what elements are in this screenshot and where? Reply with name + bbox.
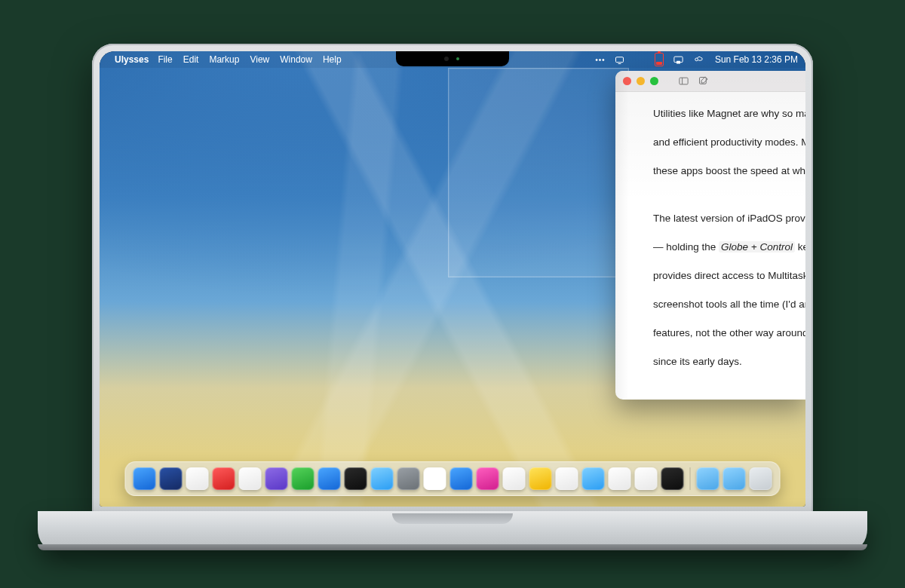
- app-menu[interactable]: Ulysses: [115, 54, 149, 65]
- editor-line: [653, 382, 798, 399]
- dock-app-fantastical[interactable]: [213, 467, 235, 490]
- dock-app-preview[interactable]: [635, 467, 658, 490]
- desktop-wallpaper: Ulysses FileEditMarkupViewWindowHelp: [100, 51, 805, 507]
- dock: [125, 461, 781, 496]
- menu-edit[interactable]: Edit: [183, 54, 199, 65]
- dock-app-mail[interactable]: [450, 467, 473, 490]
- editor-line: — holding the Globe + Control key in: [653, 239, 798, 256]
- compose-icon[interactable]: [696, 75, 710, 88]
- close-button[interactable]: [623, 77, 631, 85]
- svg-point-0: [597, 59, 598, 60]
- dock-app-finder[interactable]: [133, 467, 156, 490]
- window-snap-preview: [448, 68, 629, 277]
- battery-low-icon[interactable]: [653, 54, 665, 66]
- menu-help[interactable]: Help: [323, 54, 342, 65]
- dock-app-things[interactable]: [186, 467, 209, 490]
- svg-rect-7: [679, 78, 687, 84]
- menu-markup[interactable]: Markup: [209, 54, 239, 65]
- editor-line: these apps boost the speed at which y: [653, 163, 798, 179]
- dock-app-safari[interactable]: [371, 467, 394, 490]
- editor-line: provides direct access to Multitasking: [653, 268, 798, 284]
- laptop-lid: Ulysses FileEditMarkupViewWindowHelp: [92, 44, 813, 514]
- dock-separator: [690, 467, 691, 490]
- dock-app-windows-vm[interactable]: [424, 467, 446, 490]
- editor-line: Utilities like Magnet are why so many A: [653, 106, 798, 122]
- sidebar-toggle-icon[interactable]: [676, 75, 690, 88]
- minimize-button[interactable]: [637, 77, 645, 85]
- dock-app-reminders[interactable]: [503, 467, 526, 490]
- dock-app-1password[interactable]: [160, 467, 183, 490]
- svg-point-6: [695, 58, 698, 61]
- dock-app-photos[interactable]: [556, 467, 578, 490]
- display-notch: [396, 51, 509, 66]
- dock-app-stocks[interactable]: [345, 467, 367, 490]
- dock-app-obsidian[interactable]: [265, 467, 288, 490]
- editor-line: features, not the other way around), ar: [653, 325, 798, 341]
- window-titlebar[interactable]: [615, 71, 805, 92]
- editor-line: screenshot tools all the time (I'd argue: [653, 296, 798, 313]
- editor-line: and efficient productivity modes. Mag: [653, 134, 798, 151]
- editor-line: The latest version of iPadOS provides: [653, 210, 798, 227]
- menu-file[interactable]: File: [158, 54, 172, 65]
- svg-rect-5: [676, 60, 680, 63]
- macbook-frame: Ulysses FileEditMarkupViewWindowHelp: [92, 44, 813, 550]
- screen-bezel: Ulysses FileEditMarkupViewWindowHelp: [100, 51, 805, 507]
- dock-app-notion[interactable]: [239, 467, 262, 490]
- display-brightness-icon[interactable]: [614, 54, 626, 66]
- editor-line: since its early days.: [653, 354, 798, 370]
- dock-app-trash[interactable]: [750, 467, 772, 490]
- screen-mirroring-icon[interactable]: [673, 54, 685, 66]
- menu-view[interactable]: View: [250, 54, 269, 65]
- fullscreen-button[interactable]: [650, 77, 658, 85]
- editor-line: [653, 191, 798, 208]
- menu-window[interactable]: Window: [280, 54, 312, 65]
- dock-app-screenshot[interactable]: [609, 467, 631, 490]
- dock-app-app-store-2[interactable]: [582, 467, 605, 490]
- spacer-icon: [634, 54, 646, 66]
- editor-text-area[interactable]: Utilities like Magnet are why so many Aa…: [615, 92, 805, 400]
- laptop-base: [38, 511, 867, 550]
- weather-icon[interactable]: [692, 54, 704, 66]
- svg-point-2: [603, 59, 604, 60]
- dock-app-messages[interactable]: [292, 467, 314, 490]
- menu-bar-status-area: Sun Feb 13 2:36 PM: [594, 54, 798, 66]
- dock-app-downloads-folder[interactable]: [697, 467, 719, 490]
- ulysses-editor-window[interactable]: Utilities like Magnet are why so many Aa…: [615, 71, 805, 400]
- dock-app-ulysses[interactable]: [529, 467, 552, 490]
- menu-bar-clock[interactable]: Sun Feb 13 2:36 PM: [715, 54, 798, 65]
- svg-rect-3: [616, 57, 624, 62]
- dock-app-terminal[interactable]: [661, 467, 684, 490]
- svg-point-1: [600, 59, 601, 60]
- dock-app-system-settings[interactable]: [397, 467, 420, 490]
- dock-app-documents-folder[interactable]: [723, 467, 746, 490]
- more-icon[interactable]: [594, 54, 606, 66]
- window-traffic-lights: [623, 77, 658, 85]
- dock-app-music[interactable]: [477, 467, 499, 490]
- dock-app-app-store[interactable]: [318, 467, 341, 490]
